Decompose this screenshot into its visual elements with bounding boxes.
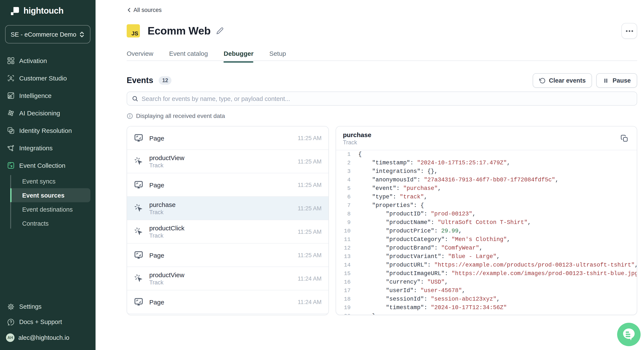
code-line: 19 "timestamp": "2024-10-17T12:34:56Z"	[340, 304, 637, 312]
detail-event-name: purchase	[343, 131, 371, 138]
event-list-item[interactable]	[127, 314, 328, 315]
more-actions-button[interactable]	[622, 23, 637, 39]
sidebar-item-label: Integrations	[19, 144, 53, 152]
line-number: 14	[340, 261, 350, 270]
brand-name: hightouch	[24, 6, 64, 16]
sidebar-item-ai-decisioning[interactable]: AI Decisioning	[0, 104, 96, 122]
line-number: 19	[340, 304, 350, 312]
event-name: Page	[149, 298, 164, 306]
line-number: 11	[340, 235, 350, 244]
info-text: Displaying all received event data	[136, 112, 225, 119]
code-line: 16 "currency": "USD",	[340, 278, 637, 287]
event-search	[127, 92, 637, 106]
line-number: 15	[340, 270, 350, 278]
customer-studio-icon	[7, 74, 14, 82]
gear-icon	[7, 303, 14, 310]
line-number: 4	[340, 176, 350, 184]
event-list-item[interactable]: productClick Track 11:25 AM	[127, 220, 328, 244]
line-number: 8	[340, 210, 350, 218]
avatar: AH	[6, 333, 14, 342]
search-input[interactable]	[142, 95, 632, 102]
event-timestamp: 11:24 AM	[298, 275, 322, 282]
line-number: 2	[340, 159, 350, 167]
code-line: 13 "productVariant": "Blue - Large",	[340, 252, 637, 261]
monitor-icon	[134, 297, 143, 307]
code-line: 5 "event": "purchase",	[340, 184, 637, 193]
detail-event-type: Track	[343, 139, 371, 145]
event-list-item[interactable]: productView Track 11:24 AM	[127, 267, 328, 290]
breadcrumb[interactable]: All sources	[127, 7, 162, 13]
event-list-item[interactable]: productView Track 11:25 AM	[127, 150, 328, 173]
cursor-click-icon	[134, 227, 143, 236]
sidebar-sub-nav: Event syncsEvent sourcesEvent destinatio…	[0, 174, 96, 230]
sidebar-item-identity-resolution[interactable]: Identity Resolution	[0, 122, 96, 139]
code-line: 11 "productCategory": "Men's Clothing",	[340, 235, 637, 244]
event-list-item[interactable]: purchase Track 11:25 AM	[127, 197, 328, 220]
code-line: 20 }	[340, 312, 637, 315]
sidebar-item-label: Intelligence	[19, 92, 52, 99]
code-line: 15 "productImageURL": "https://example.c…	[340, 270, 637, 278]
active-indicator	[10, 188, 12, 202]
sidebar-item-label: AI Decisioning	[19, 109, 60, 117]
sidebar-item-event-collection[interactable]: Event Collection	[0, 157, 96, 174]
sidebar-subitem-event-sources[interactable]: Event sources	[10, 188, 90, 202]
monitor-icon	[134, 250, 143, 260]
event-list-item[interactable]: Page 11:24 AM	[127, 290, 328, 314]
cursor-click-icon	[134, 203, 143, 213]
event-timestamp: 11:25 AM	[298, 228, 322, 235]
main-area: All sources JS Ecomm Web OverviewEvent c…	[96, 0, 644, 350]
sidebar-item-docs-support[interactable]: Docs + Support	[0, 314, 96, 330]
sidebar-subitem-label: Contracts	[22, 220, 48, 227]
sidebar-subitem-event-syncs[interactable]: Event syncs	[0, 174, 90, 188]
sidebar-item-customer-studio[interactable]: Customer Studio	[0, 69, 96, 87]
sidebar-item-label: Activation	[19, 57, 47, 64]
workspace-selector[interactable]: SE - eCommerce Demo	[5, 25, 90, 43]
cursor-click-icon	[134, 274, 143, 283]
pause-button[interactable]: Pause	[596, 73, 637, 88]
user-menu[interactable]: AH alec@hightouch.io	[0, 330, 96, 346]
line-number: 9	[340, 218, 350, 227]
event-name: purchase	[149, 201, 176, 208]
event-list-item[interactable]: Page 11:25 AM	[127, 127, 328, 150]
sidebar-item-label: Settings	[19, 303, 42, 310]
event-timestamp: 11:25 AM	[298, 252, 322, 258]
info-banner: Displaying all received event data	[127, 112, 225, 119]
event-type: Track	[149, 209, 176, 215]
page-title: Ecomm Web	[148, 25, 211, 37]
code-line: 8 "productID": "prod-00123",	[340, 210, 637, 218]
line-number: 5	[340, 184, 350, 193]
event-list-item[interactable]: Page 11:25 AM	[127, 173, 328, 197]
breadcrumb-label: All sources	[134, 7, 162, 13]
sidebar-item-label: Event Collection	[19, 162, 66, 169]
sidebar-subitem-event-destinations[interactable]: Event destinations	[0, 202, 90, 216]
event-name: Page	[149, 181, 164, 188]
code-line: 12 "productBrand": "ComfyWear",	[340, 244, 637, 252]
code-line: 18 "sessionId": "session-abc123xyz",	[340, 295, 637, 304]
code-line: 9 "productName": "UltraSoft Cotton T-Shi…	[340, 218, 637, 227]
code-line: 17 "userId": "user-45678",	[340, 287, 637, 295]
event-name: productView	[149, 154, 184, 161]
event-list-item[interactable]: Page 11:25 AM	[127, 244, 328, 267]
sidebar-item-settings[interactable]: Settings	[0, 299, 96, 314]
edit-title-icon[interactable]	[216, 27, 224, 34]
sidebar-subitem-label: Event sources	[22, 192, 64, 199]
sidebar-item-activation[interactable]: Activation	[0, 52, 96, 69]
line-number: 6	[340, 193, 350, 201]
sidebar-item-integrations[interactable]: Integrations	[0, 139, 96, 157]
workspace-name: SE - eCommerce Demo	[11, 31, 79, 38]
payload-code-viewer[interactable]: 1{2 "timestamp": "2024-10-17T15:25:17.47…	[336, 150, 637, 315]
chat-launcher-button[interactable]	[617, 323, 640, 346]
clear-events-button[interactable]: Clear events	[533, 73, 592, 88]
code-line: 14 "productURL": "https://example.com/pr…	[340, 261, 637, 270]
sidebar-item-intelligence[interactable]: Intelligence	[0, 87, 96, 104]
event-timestamp: 11:25 AM	[298, 135, 322, 141]
cursor-click-icon	[134, 157, 143, 166]
copy-icon[interactable]	[620, 134, 628, 142]
code-line: 4 "anonymousId": "27a34316-7913-46f7-bb0…	[340, 176, 637, 184]
integrations-icon	[7, 144, 14, 152]
page-header: JS Ecomm Web	[127, 23, 637, 39]
sidebar-subitem-contracts[interactable]: Contracts	[0, 216, 90, 230]
event-name: productView	[149, 271, 184, 278]
code-line: 6 "type": "track",	[340, 193, 637, 201]
event-timestamp: 11:25 AM	[298, 205, 322, 211]
